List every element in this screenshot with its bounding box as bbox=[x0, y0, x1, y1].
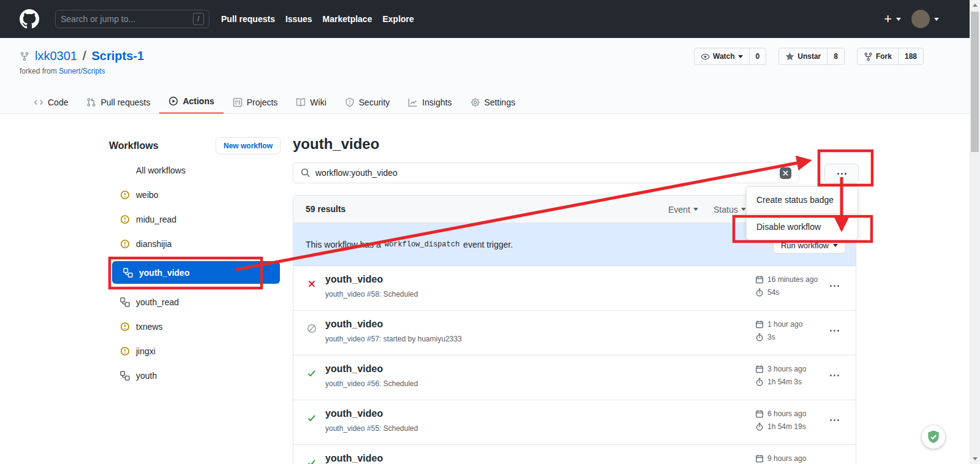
header-search-input[interactable] bbox=[61, 14, 193, 24]
workflow-options-menu: Create status badge Disable workflow bbox=[746, 186, 858, 240]
nav-marketplace[interactable]: Marketplace bbox=[323, 14, 372, 24]
fork-count[interactable]: 188 bbox=[898, 48, 923, 64]
workflow-icon bbox=[123, 268, 133, 278]
tab-code[interactable]: Code bbox=[24, 90, 77, 114]
event-filter-dropdown[interactable]: Event bbox=[668, 196, 698, 223]
create-new-icon[interactable]: + bbox=[884, 12, 892, 26]
run-options-kebab-icon[interactable] bbox=[830, 419, 839, 421]
chevron-down-icon bbox=[741, 208, 746, 211]
runs-search-input[interactable] bbox=[315, 168, 775, 178]
run-options-kebab-icon[interactable] bbox=[830, 330, 839, 332]
clear-search-icon[interactable] bbox=[780, 167, 791, 179]
forked-from-link[interactable]: Sunert/Scripts bbox=[59, 67, 105, 75]
sidebar-item-youth[interactable]: youth bbox=[109, 363, 281, 388]
create-new-caret-icon[interactable] bbox=[896, 18, 901, 21]
run-options-kebab-icon[interactable] bbox=[830, 285, 839, 287]
tab-label: Actions bbox=[183, 96, 214, 106]
adguard-badge[interactable] bbox=[922, 425, 945, 449]
scroll-up-arrow[interactable] bbox=[970, 0, 980, 10]
status-filter-label: Status bbox=[714, 205, 738, 215]
run-title-link[interactable]: youth_video bbox=[325, 274, 383, 285]
success-check-icon bbox=[307, 458, 317, 464]
nav-pull-requests[interactable]: Pull requests bbox=[221, 14, 275, 24]
event-filter-label: Event bbox=[668, 205, 690, 215]
run-subtitle: youth_video #55: Scheduled bbox=[325, 424, 418, 433]
repo-owner-link[interactable]: lxk0301 bbox=[35, 49, 77, 63]
run-title-link[interactable]: youth_video bbox=[325, 408, 383, 419]
sidebar-item-youth-read[interactable]: youth_read bbox=[109, 290, 281, 314]
workflow-label: weibo bbox=[136, 190, 159, 200]
nav-explore[interactable]: Explore bbox=[382, 14, 413, 24]
repo-name-link[interactable]: Scripts-1 bbox=[92, 49, 145, 63]
code-icon bbox=[34, 97, 43, 107]
sidebar-item-dianshijia[interactable]: dianshijia bbox=[109, 232, 281, 256]
calendar-icon bbox=[755, 365, 764, 373]
unstar-label: Unstar bbox=[797, 52, 821, 61]
github-logo-icon[interactable] bbox=[20, 9, 39, 29]
calendar-icon bbox=[755, 320, 764, 329]
tab-label: Pull requests bbox=[100, 97, 150, 107]
header-search-box: / bbox=[55, 10, 209, 28]
run-subtitle: youth_video #56: Scheduled bbox=[325, 379, 418, 388]
status-filter-dropdown[interactable]: Status bbox=[714, 196, 746, 223]
cancelled-icon bbox=[307, 324, 317, 333]
unstar-button[interactable]: Unstar bbox=[779, 48, 827, 64]
scroll-down-arrow[interactable] bbox=[970, 454, 980, 464]
workflow-label: midu_read bbox=[136, 215, 176, 224]
alert-icon bbox=[120, 215, 130, 224]
chevron-down-icon bbox=[833, 244, 838, 247]
book-icon bbox=[296, 97, 306, 107]
banner-code: workflow_dispatch bbox=[385, 240, 459, 249]
tab-actions[interactable]: Actions bbox=[159, 90, 223, 114]
tab-insights[interactable]: Insights bbox=[399, 90, 461, 114]
failure-x-icon bbox=[307, 279, 317, 289]
menu-item-create-status-badge[interactable]: Create status badge bbox=[747, 187, 858, 213]
repo-separator: / bbox=[83, 49, 86, 63]
tab-settings[interactable]: Settings bbox=[461, 90, 525, 114]
forked-from-label: forked from bbox=[20, 67, 57, 75]
sidebar-item-weibo[interactable]: weibo bbox=[109, 183, 281, 207]
run-title-link[interactable]: youth_video bbox=[325, 319, 383, 330]
star-count[interactable]: 8 bbox=[827, 48, 844, 64]
stopwatch-icon bbox=[755, 378, 764, 386]
gear-icon bbox=[470, 97, 480, 107]
workflow-label: youth bbox=[136, 371, 157, 381]
vertical-scrollbar[interactable] bbox=[970, 0, 980, 464]
page-title: youth_video bbox=[293, 135, 379, 153]
sidebar-item-all-workflows[interactable]: All workflows bbox=[109, 158, 281, 183]
run-meta: 6 hours ago 1h 54m 19s bbox=[755, 407, 806, 433]
sidebar-item-txnews[interactable]: txnews bbox=[109, 314, 281, 339]
scrollbar-thumb[interactable] bbox=[971, 12, 979, 152]
alert-icon bbox=[120, 190, 130, 200]
repo-tabs: Code Pull requests Actions Projects Wiki… bbox=[24, 90, 524, 114]
search-icon bbox=[301, 168, 311, 178]
sidebar-item-jingxi[interactable]: jingxi bbox=[109, 339, 281, 363]
watch-count[interactable]: 0 bbox=[749, 48, 766, 64]
menu-item-disable-workflow[interactable]: Disable workflow bbox=[747, 213, 858, 240]
tab-label: Code bbox=[48, 97, 68, 107]
sidebar-item-midu-read[interactable]: midu_read bbox=[109, 207, 281, 232]
tab-security[interactable]: Security bbox=[336, 90, 399, 114]
run-title-link[interactable]: youth_video bbox=[325, 453, 383, 464]
new-workflow-button[interactable]: New workflow bbox=[216, 137, 281, 154]
nav-issues[interactable]: Issues bbox=[285, 14, 312, 24]
run-workflow-label: Run workflow bbox=[781, 241, 829, 250]
tab-projects[interactable]: Projects bbox=[224, 90, 287, 114]
tab-label: Wiki bbox=[310, 97, 326, 107]
tab-pull-requests[interactable]: Pull requests bbox=[77, 90, 159, 114]
run-title-link[interactable]: youth_video bbox=[325, 363, 383, 375]
shield-icon bbox=[345, 97, 355, 107]
run-options-kebab-icon[interactable] bbox=[830, 375, 839, 376]
watch-button[interactable]: Watch bbox=[695, 48, 749, 64]
user-avatar[interactable] bbox=[911, 10, 930, 28]
workflow-options-button[interactable] bbox=[824, 164, 859, 183]
header-right-controls: + bbox=[884, 10, 950, 28]
calendar-icon bbox=[755, 454, 764, 463]
stopwatch-icon bbox=[755, 288, 764, 297]
fork-button[interactable]: Fork bbox=[858, 48, 898, 64]
sidebar-item-youth-video[interactable]: youth_video bbox=[112, 261, 280, 284]
tab-label: Insights bbox=[422, 97, 451, 107]
run-subtitle: youth_video #58: Scheduled bbox=[325, 290, 418, 299]
user-menu-caret-icon[interactable] bbox=[934, 18, 939, 21]
tab-wiki[interactable]: Wiki bbox=[287, 90, 335, 114]
